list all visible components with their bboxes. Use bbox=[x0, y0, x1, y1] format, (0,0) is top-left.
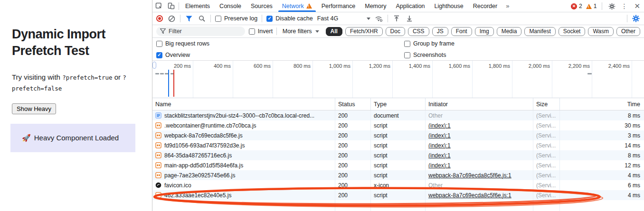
invert-checkbox[interactable]: Invert bbox=[249, 28, 273, 35]
request-row-stackblitzstarterstjnv2bui-stz4-3000-cb7[interactable]: stackblitzstarterstjnv2bui-stz4--3000--c… bbox=[152, 110, 644, 120]
error-badge[interactable]: ✕ 2 bbox=[571, 3, 582, 9]
timeline-tick: 800 ms bbox=[273, 61, 313, 98]
rocket-icon: 🚀 bbox=[22, 134, 31, 142]
network-conditions-icon[interactable] bbox=[375, 14, 383, 23]
tick-label: 2,200 ms bbox=[568, 63, 590, 69]
more-filters-dropdown[interactable]: More filters bbox=[281, 28, 321, 35]
request-row-webpack-8a7c69ecda8c5f6e-js[interactable]: webpack-8a7c69ecda8c5f6e.js200script(ind… bbox=[152, 130, 644, 140]
type-pill-other[interactable]: Other bbox=[616, 27, 640, 36]
type-pill-font[interactable]: Font bbox=[451, 27, 472, 36]
show-heavy-button[interactable]: Show Heavy bbox=[12, 103, 56, 114]
cell-name: favicon.ico bbox=[152, 180, 335, 190]
tab-label: Recorder bbox=[473, 3, 497, 9]
initiator-text: Other bbox=[428, 112, 443, 119]
request-bar bbox=[155, 73, 159, 74]
request-row-fd9d1056-693ad74f37592d3e-js[interactable]: fd9d1056-693ad74f37592d3e.js200script(in… bbox=[152, 140, 644, 150]
tab-lighthouse[interactable]: Lighthouse bbox=[430, 0, 468, 12]
overview-range-handle[interactable] bbox=[152, 62, 156, 69]
column-header-name[interactable]: Name bbox=[152, 98, 335, 110]
tab-recorder[interactable]: Recorder bbox=[468, 0, 502, 12]
tabbar-right-controls: ✕ 2 ! 1 ⋮ ✕ bbox=[571, 0, 642, 12]
type-pill-fetch-xhr[interactable]: Fetch/XHR bbox=[345, 27, 383, 36]
more-options-icon[interactable]: ⋮ bbox=[620, 2, 628, 10]
tick-label: 800 ms bbox=[294, 63, 311, 69]
request-row-462-a33aae1ec82e40e5-js[interactable]: 462.a33aae1ec82e40e5.js200scriptwebpack-… bbox=[152, 190, 644, 200]
request-name: webpack-8a7c69ecda8c5f6e.js bbox=[164, 132, 243, 139]
cell-type: script bbox=[371, 120, 426, 130]
filter-input[interactable] bbox=[156, 27, 245, 36]
close-devtools-icon[interactable]: ✕ bbox=[632, 2, 642, 10]
cell-size: (Servi... bbox=[533, 190, 560, 200]
inspect-element-icon[interactable] bbox=[152, 0, 165, 12]
cell-status: 200 bbox=[335, 190, 371, 200]
error-count: 2 bbox=[579, 3, 582, 9]
cell-name: .webcontainer@runtime.cb7c0bca.js bbox=[152, 120, 335, 130]
request-row-main-app-dd5d01d5f584e6fa-js[interactable]: main-app-dd5d01d5f584e6fa.js200script(in… bbox=[152, 160, 644, 170]
request-row-webcontainer-runtime-cb7c0bca-js[interactable]: .webcontainer@runtime.cb7c0bca.js200scri… bbox=[152, 120, 644, 130]
type-pill-wasm[interactable]: Wasm bbox=[588, 27, 614, 36]
initiator-link[interactable]: (index):1 bbox=[428, 152, 451, 159]
warning-badge[interactable]: ! 1 bbox=[586, 3, 597, 9]
tab-elements[interactable]: Elements bbox=[180, 0, 215, 12]
screenshots-checkbox[interactable]: Screenshots bbox=[404, 52, 644, 58]
tab-console[interactable]: Console bbox=[215, 0, 246, 12]
search-icon[interactable] bbox=[198, 14, 206, 23]
tab-memory[interactable]: Memory bbox=[360, 0, 391, 12]
overview-checkbox[interactable]: ✓ Overview bbox=[156, 52, 404, 58]
more-tabs-button[interactable]: » bbox=[502, 0, 513, 12]
big-request-rows-checkbox[interactable]: Big request rows bbox=[156, 40, 404, 47]
import-har-icon[interactable] bbox=[392, 14, 401, 23]
tab-application[interactable]: Application bbox=[391, 0, 429, 12]
record-network-log-button[interactable] bbox=[156, 15, 163, 22]
tab-network[interactable]: Network! bbox=[277, 0, 317, 12]
column-header-initiator[interactable]: Initiator bbox=[426, 98, 533, 110]
timeline-tick: 2,000 ms bbox=[512, 61, 552, 98]
initiator-link[interactable]: webpack-8a7c69ecda8c5f6e.js:1 bbox=[428, 192, 511, 199]
checkbox-unchecked bbox=[156, 41, 162, 47]
request-row-864-35da487265716ec6-js[interactable]: 864-35da487265716ec6.js200script(index):… bbox=[152, 150, 644, 160]
group-by-frame-checkbox[interactable]: Group by frame bbox=[404, 40, 644, 47]
initiator-link[interactable]: (index):1 bbox=[428, 122, 451, 129]
network-overview-timeline[interactable]: 200 ms400 ms600 ms800 ms1,000 ms1,200 ms… bbox=[152, 61, 644, 98]
type-pill-socket[interactable]: Socket bbox=[559, 27, 586, 36]
type-pill-doc[interactable]: Doc bbox=[386, 27, 405, 36]
devtools-tabs: ElementsConsoleSourcesNetwork!Performanc… bbox=[180, 0, 502, 12]
request-row-page-7ae23e0925745e66-js[interactable]: page-7ae23e0925745e66.js200scriptwebpack… bbox=[152, 170, 644, 180]
screenshot-root: Dynamic Import Prefetch Test Try visitin… bbox=[0, 0, 644, 211]
request-bar-462-chunk bbox=[587, 73, 592, 74]
initiator-link[interactable]: (index):1 bbox=[428, 162, 451, 169]
column-header-status[interactable]: Status bbox=[335, 98, 371, 110]
tab-sources[interactable]: Sources bbox=[246, 0, 277, 12]
filter-funnel-icon[interactable] bbox=[185, 14, 193, 23]
network-settings-gear-icon[interactable] bbox=[632, 14, 640, 23]
document-icon bbox=[155, 112, 161, 119]
initiator-link[interactable]: (index):1 bbox=[428, 142, 451, 149]
cell-time: 3 ms bbox=[560, 130, 644, 140]
script-icon bbox=[155, 132, 161, 138]
type-pill-all[interactable]: All bbox=[326, 27, 342, 36]
export-har-icon[interactable] bbox=[405, 14, 414, 23]
type-pill-media[interactable]: Media bbox=[497, 27, 522, 36]
initiator-link[interactable]: webpack-8a7c69ecda8c5f6e.js:1 bbox=[428, 172, 511, 179]
cell-time: 30 ms bbox=[560, 120, 644, 130]
disable-cache-checkbox[interactable]: ✓ Disable cache bbox=[266, 15, 313, 22]
type-pill-js[interactable]: JS bbox=[432, 27, 448, 36]
settings-gear-icon[interactable] bbox=[607, 2, 616, 10]
throttling-dropdown[interactable]: Fast 4G bbox=[317, 15, 370, 22]
type-pill-manifest[interactable]: Manifest bbox=[524, 27, 555, 36]
resource-type-pills: AllFetch/XHRDocCSSJSFontImgMediaManifest… bbox=[326, 27, 640, 36]
type-pill-css[interactable]: CSS bbox=[408, 27, 429, 36]
preserve-log-label: Preserve log bbox=[224, 15, 257, 22]
tab-performance[interactable]: Performance bbox=[317, 0, 360, 12]
device-toolbar-icon[interactable] bbox=[165, 0, 177, 12]
request-row-favicon-ico[interactable]: favicon.ico200x-iconOther(Servi...6 ms bbox=[152, 180, 644, 190]
column-header-type[interactable]: Type bbox=[371, 98, 426, 110]
tick-label: 2,400 ms bbox=[608, 63, 630, 69]
initiator-link[interactable]: (index):1 bbox=[428, 132, 451, 139]
preserve-log-checkbox[interactable]: Preserve log bbox=[215, 15, 257, 22]
type-pill-img[interactable]: Img bbox=[475, 27, 494, 36]
column-header-size[interactable]: Size bbox=[533, 98, 560, 110]
warning-icon: ! bbox=[586, 4, 592, 9]
clear-network-log-icon[interactable] bbox=[167, 14, 176, 23]
column-header-time[interactable]: Time bbox=[560, 98, 644, 110]
